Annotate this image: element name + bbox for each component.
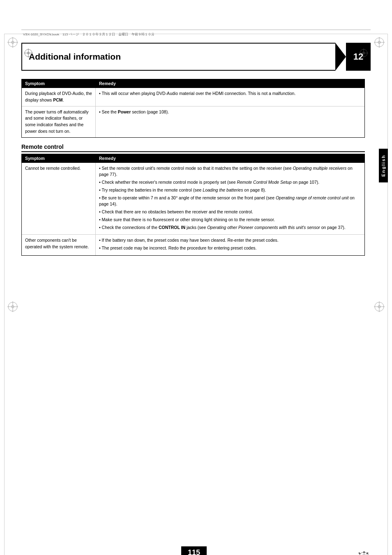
bottom-right-inner-mark xyxy=(357,551,371,555)
table-row: Cannot be remote controlled. • Set the r… xyxy=(22,162,365,235)
table-row: During playback of DVD-Audio, the displa… xyxy=(22,88,365,106)
symptom-cell: During playback of DVD-Audio, the displa… xyxy=(22,88,96,106)
page-number-area: 115 En xyxy=(181,546,207,555)
remedy-bullet: • This will occur when playing DVD-Audio… xyxy=(99,90,361,97)
italic-ref: Operating multiple receivers xyxy=(293,166,346,171)
top-right-corner-mark xyxy=(374,37,385,49)
dvd-trouble-table: Symptom Remedy During playback of DVD-Au… xyxy=(21,79,365,138)
italic-ref: Loading the batteries xyxy=(203,187,243,192)
chapter-title: Additional information xyxy=(29,52,121,62)
remedy-cell: • See the Power section (page 108). xyxy=(96,106,365,137)
remedy-header-2: Remedy xyxy=(96,154,365,162)
svg-rect-39 xyxy=(363,551,364,553)
remedy-bullet: • Check that there are no obstacles betw… xyxy=(99,209,361,215)
english-side-tab: English xyxy=(379,149,388,183)
table-row: Other components can't be operated with … xyxy=(22,235,365,256)
remedy-bullet: • Be sure to operate within 7 m and a 30… xyxy=(99,195,361,208)
remedy-bullet: • Check the connections of the CONTROL I… xyxy=(99,224,361,231)
symptom-header-2: Symptom xyxy=(22,154,96,162)
bold-power: Power xyxy=(118,109,131,114)
remedy-bullet: • Check whether the receiver's remote co… xyxy=(99,179,361,186)
chapter-title-arrow xyxy=(335,43,346,71)
file-info-bar: VSX-1020_SYXCN.book 115 ページ ２０１０年３月１２日 金… xyxy=(21,30,371,38)
page-container: VSX-1020_SYXCN.book 115 ページ ２０１０年３月１２日 金… xyxy=(0,30,392,555)
page-number-badge: 115 xyxy=(181,546,207,555)
bold-pcm: PCM xyxy=(53,97,62,102)
mid-left-mark xyxy=(7,301,18,313)
remedy-bullet: • Make sure that there is no fluorescent… xyxy=(99,217,361,223)
italic-ref: Remote Control Mode Setup xyxy=(237,180,291,185)
inner-top-left-mark xyxy=(24,49,33,58)
section-heading-remote: Remote control xyxy=(21,143,365,152)
main-content: Symptom Remedy During playback of DVD-Au… xyxy=(21,79,371,256)
inner-top-right-mark xyxy=(359,49,368,58)
top-left-corner-mark xyxy=(7,37,18,49)
remedy-bullet: • See the Power section (page 108). xyxy=(99,109,361,116)
symptom-cell: The power turns off automatically and so… xyxy=(22,106,96,137)
italic-ref: Operating range of remote control unit xyxy=(276,195,348,200)
file-info-text: VSX-1020_SYXCN.book 115 ページ ２０１０年３月１２日 金… xyxy=(23,32,154,36)
chapter-title-bar: Additional information 12 xyxy=(21,43,371,71)
mid-right-mark xyxy=(374,301,385,313)
remedy-header: Remedy xyxy=(96,79,365,88)
symptom-cell-remote1: Cannot be remote controlled. xyxy=(22,162,96,235)
italic-ref: Operating other Pioneer components with … xyxy=(207,225,320,230)
bottom-right-area xyxy=(357,551,371,555)
symptom-cell-remote2: Other components can't be operated with … xyxy=(22,235,96,256)
bold-control-in: CONTROL IN xyxy=(159,225,185,230)
table-row: The power turns off automatically and so… xyxy=(22,106,365,137)
remedy-cell-remote1: • Set the remote control unit's remote c… xyxy=(96,162,365,235)
remedy-bullet: • The preset code may be incorrect. Redo… xyxy=(99,245,361,252)
remedy-bullet: • If the battery ran down, the preset co… xyxy=(99,237,361,244)
remedy-bullet: • Try replacing the batteries in the rem… xyxy=(99,187,361,194)
remedy-cell: • This will occur when playing DVD-Audio… xyxy=(96,88,365,106)
svg-rect-46 xyxy=(358,552,361,555)
remote-trouble-table: Symptom Remedy Cannot be remote controll… xyxy=(21,154,365,256)
remedy-bullet: • Set the remote control unit's remote c… xyxy=(99,165,361,178)
symptom-header: Symptom xyxy=(22,79,96,88)
bottom-area: 115 En xyxy=(21,546,371,555)
remedy-cell-remote2: • If the battery ran down, the preset co… xyxy=(96,235,365,256)
chapter-title-container: Additional information xyxy=(21,43,335,71)
